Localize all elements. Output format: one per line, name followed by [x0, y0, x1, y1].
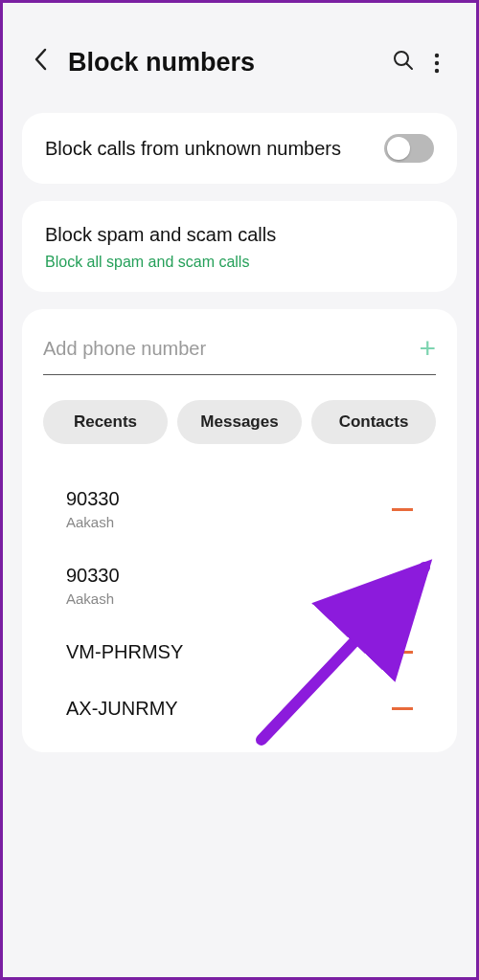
svg-point-3: [435, 60, 439, 64]
blocked-name: Aakash: [66, 514, 392, 530]
remove-icon[interactable]: [392, 508, 413, 511]
blocked-name: Aakash: [66, 590, 392, 607]
search-icon[interactable]: [373, 49, 434, 78]
block-unknown-label: Block calls from unknown numbers: [45, 136, 384, 162]
remove-icon[interactable]: [392, 651, 413, 654]
block-spam-card[interactable]: Block spam and scam calls Block all spam…: [22, 201, 457, 292]
tab-messages[interactable]: Messages: [177, 400, 302, 444]
more-icon[interactable]: [434, 53, 447, 74]
svg-line-1: [407, 63, 413, 69]
phone-number-input[interactable]: [43, 338, 407, 360]
add-number-section: + Recents Messages Contacts 90330 Aakash…: [22, 309, 457, 752]
remove-icon[interactable]: [392, 707, 413, 710]
block-unknown-toggle[interactable]: [384, 134, 434, 163]
svg-point-4: [435, 68, 439, 72]
tab-recents[interactable]: Recents: [43, 400, 168, 444]
remove-icon[interactable]: [392, 585, 413, 588]
blocked-number: VM-PHRMSY: [66, 641, 392, 663]
blocked-entry: AX-JUNRMY: [43, 680, 436, 737]
page-title: Block numbers: [68, 48, 373, 78]
block-spam-title: Block spam and scam calls: [45, 222, 276, 248]
blocked-entry: 90330 Aakash: [43, 471, 436, 547]
toggle-knob: [387, 137, 410, 160]
header-bar: Block numbers: [22, 22, 457, 113]
blocked-number: 90330: [66, 488, 392, 510]
add-icon[interactable]: +: [407, 332, 436, 365]
block-spam-subtitle: Block all spam and scam calls: [45, 254, 249, 271]
blocked-number: 90330: [66, 565, 392, 587]
svg-point-2: [435, 53, 439, 56]
tab-contacts[interactable]: Contacts: [311, 400, 436, 444]
blocked-number: AX-JUNRMY: [66, 698, 392, 720]
block-unknown-card: Block calls from unknown numbers: [22, 113, 457, 184]
blocked-entry: 90330 Aakash: [43, 547, 436, 624]
blocked-entry: VM-PHRMSY: [43, 624, 436, 680]
back-icon[interactable]: [32, 46, 68, 79]
